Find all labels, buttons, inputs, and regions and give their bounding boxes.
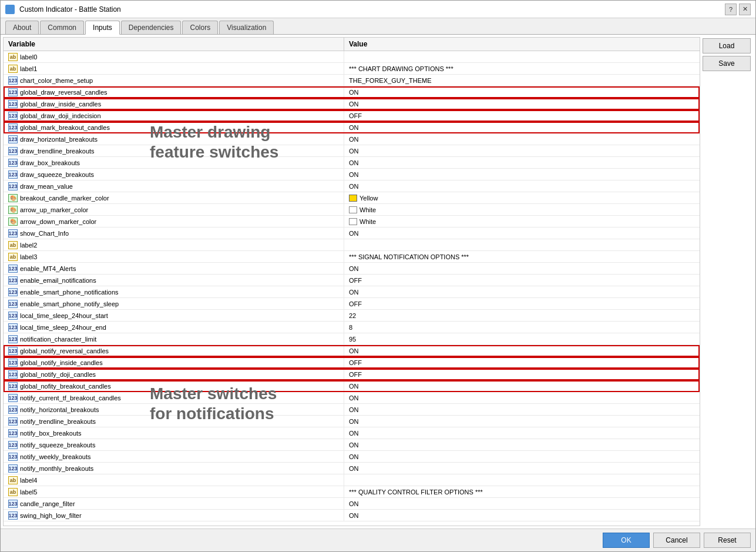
value-cell[interactable]: OFF <box>344 275 700 286</box>
value-cell[interactable]: ON <box>344 169 700 180</box>
variable-cell: 🎨 arrow_down_marker_color <box>4 216 344 227</box>
value-cell[interactable]: ON <box>344 392 700 403</box>
value-cell[interactable]: ON <box>344 286 700 297</box>
type-num-icon: 123 <box>8 288 18 296</box>
variable-cell: 123 enable_MT4_Alerts <box>4 263 344 274</box>
value-cell[interactable]: White <box>344 204 700 215</box>
variable-cell: 123 chart_color_theme_setup <box>4 75 344 86</box>
value-cell[interactable]: ON <box>344 122 700 133</box>
tab-dependencies[interactable]: Dependencies <box>121 21 182 34</box>
value-cell[interactable]: ON <box>344 180 700 192</box>
value-cell[interactable]: *** SIGNAL NOTIFICATION OPTIONS *** <box>344 251 700 262</box>
table-row: 123 global_draw_inside_candles ON <box>4 98 700 110</box>
table-row: 123 notify_squeeze_breakouts ON <box>4 439 700 451</box>
value-cell[interactable]: ON <box>344 510 700 521</box>
variable-cell: 🎨 arrow_up_marker_color <box>4 204 344 215</box>
value-cell[interactable]: ON <box>344 145 700 156</box>
save-button[interactable]: Save <box>703 56 751 71</box>
value-cell[interactable]: ON <box>344 439 700 450</box>
table-row: ab label1 *** CHART DRAWING OPTIONS *** <box>4 63 700 75</box>
value-cell[interactable]: ON <box>344 263 700 274</box>
type-color-icon: 🎨 <box>8 218 18 226</box>
value-cell[interactable]: ON <box>344 133 700 145</box>
value-cell[interactable]: ON <box>344 451 700 462</box>
close-button[interactable]: ✕ <box>739 4 751 15</box>
tab-visualization[interactable]: Visualization <box>219 21 274 34</box>
value-cell[interactable]: OFF <box>344 357 700 368</box>
value-cell[interactable]: *** QUALITY CONTROL FILTER OPTIONS *** <box>344 486 700 497</box>
variable-name: draw_box_breakouts <box>20 159 80 166</box>
reset-button[interactable]: Reset <box>704 533 751 548</box>
variable-name: label1 <box>20 65 37 72</box>
value-cell[interactable]: ON <box>344 427 700 439</box>
value-cell[interactable]: ON <box>344 498 700 509</box>
variable-name: chart_color_theme_setup <box>20 77 93 84</box>
value-cell[interactable]: OFF <box>344 298 700 309</box>
variable-name: label2 <box>20 242 37 249</box>
value-cell[interactable]: White <box>344 216 700 227</box>
value-cell[interactable]: 8 <box>344 322 700 333</box>
value-cell[interactable]: OFF <box>344 369 700 380</box>
window-title: Custom Indicator - Battle Station <box>19 5 121 14</box>
type-num-icon: 123 <box>8 88 18 96</box>
variable-cell: 123 global_notify_doji_candles <box>4 369 344 380</box>
variable-name: label0 <box>20 53 37 61</box>
value-cell[interactable]: ON <box>344 98 700 109</box>
load-button[interactable]: Load <box>703 38 751 53</box>
value-cell[interactable]: ON <box>344 228 700 239</box>
variable-cell: 123 swing_high_low_filter <box>4 510 344 521</box>
variable-name: global_notify_inside_candles <box>20 359 103 366</box>
ok-button[interactable]: OK <box>603 533 650 548</box>
variable-name: draw_squeeze_breakouts <box>20 171 94 178</box>
table-row: 123 chart_color_theme_setup THE_FOREX_GU… <box>4 75 700 86</box>
table-scroll[interactable]: ab label0 ab label1 *** CHART DRAWING <box>4 51 700 526</box>
tab-about[interactable]: About <box>5 21 39 34</box>
variable-name: notify_current_tf_breakout_candles <box>20 394 121 402</box>
type-num-icon: 123 <box>8 382 18 390</box>
table-row: 123 global_notify_reversal_candles ON <box>4 345 700 357</box>
tab-bar: About Common Inputs Dependencies Colors … <box>1 18 755 35</box>
value-cell[interactable]: ON <box>344 86 700 98</box>
type-num-icon: 123 <box>8 123 18 132</box>
value-cell[interactable]: ON <box>344 416 700 427</box>
type-num-icon: 123 <box>8 441 18 449</box>
value-cell[interactable] <box>344 239 700 250</box>
col-variable-header: Variable <box>4 38 344 51</box>
variable-cell: 123 enable_smart_phone_notifications <box>4 286 344 297</box>
variable-cell: 123 notify_trendline_breakouts <box>4 416 344 427</box>
variable-cell: 123 notify_weekly_breakouts <box>4 451 344 462</box>
type-color-icon: 🎨 <box>8 194 18 202</box>
value-cell[interactable]: ON <box>344 380 700 392</box>
variable-cell: 123 global_draw_reversal_candles <box>4 86 344 98</box>
title-bar: Custom Indicator - Battle Station ? ✕ <box>1 1 755 18</box>
value-cell[interactable]: Yellow <box>344 192 700 203</box>
variable-name: arrow_up_marker_color <box>20 206 88 213</box>
tab-inputs[interactable]: Inputs <box>85 21 120 35</box>
tab-colors[interactable]: Colors <box>182 21 218 34</box>
value-cell[interactable]: THE_FOREX_GUY_THEME <box>344 75 700 86</box>
value-cell[interactable]: OFF <box>344 110 700 121</box>
window-controls: ? ✕ <box>725 4 751 15</box>
variable-name: enable_email_notifications <box>20 277 96 284</box>
value-cell[interactable] <box>344 474 700 486</box>
type-ab-icon: ab <box>8 488 18 496</box>
value-cell[interactable]: ON <box>344 345 700 356</box>
cancel-button[interactable]: Cancel <box>653 533 700 548</box>
value-cell[interactable]: *** CHART DRAWING OPTIONS *** <box>344 63 700 74</box>
help-button[interactable]: ? <box>725 4 737 15</box>
value-cell[interactable] <box>344 51 700 62</box>
variable-cell: 123 global_notify_inside_candles <box>4 357 344 368</box>
type-num-icon: 123 <box>8 500 18 508</box>
table-row: 123 notify_trendline_breakouts ON <box>4 416 700 427</box>
value-cell[interactable]: ON <box>344 463 700 474</box>
table-row: 🎨 breakout_candle_marker_color Yellow <box>4 192 700 204</box>
col-value-header: Value <box>344 38 700 51</box>
value-cell[interactable]: ON <box>344 157 700 168</box>
tab-common[interactable]: Common <box>40 21 84 34</box>
value-cell[interactable]: 95 <box>344 333 700 344</box>
value-cell[interactable]: 22 <box>344 310 700 321</box>
variable-name: local_time_sleep_24hour_end <box>20 324 106 331</box>
type-num-icon: 123 <box>8 370 18 379</box>
value-cell[interactable]: ON <box>344 404 700 415</box>
type-ab-icon: ab <box>8 65 18 73</box>
